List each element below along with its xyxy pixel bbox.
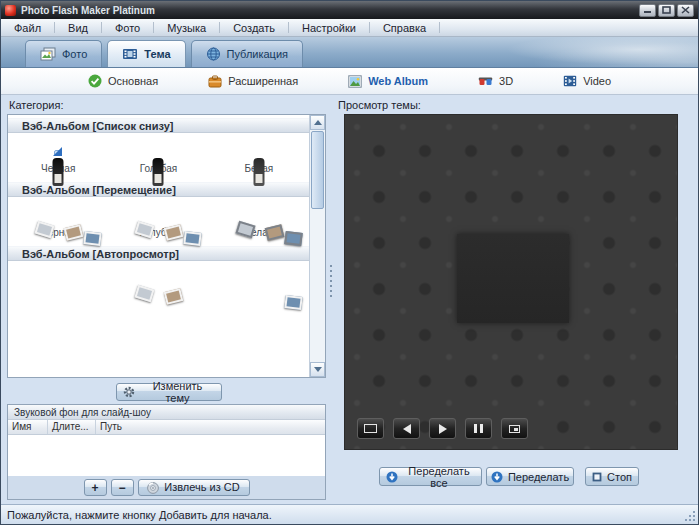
subtab-advanced[interactable]: Расширенная bbox=[208, 75, 298, 88]
web-album-icon bbox=[348, 75, 362, 88]
remove-track-button[interactable]: − bbox=[111, 479, 134, 496]
theme-row bbox=[8, 261, 309, 292]
theme-item-auto-2[interactable] bbox=[108, 270, 208, 288]
theme-list-content: Вэб-Альбом [Список снизу] Черная Голубая bbox=[8, 118, 309, 292]
theme-category-list: Вэб-Альбом [Список снизу] Черная Голубая bbox=[7, 114, 326, 378]
preview-label: Просмотр темы: bbox=[338, 99, 421, 111]
preview-actions: Переделать все Переделать Стоп bbox=[344, 467, 676, 486]
tabstrip-artwork bbox=[488, 37, 698, 67]
menu-file[interactable]: Файл bbox=[1, 19, 54, 36]
change-theme-label: Изменить тему bbox=[140, 380, 215, 404]
tab-label: Фото bbox=[62, 48, 87, 60]
menu-help[interactable]: Справка bbox=[370, 19, 439, 36]
extract-cd-button[interactable]: Извлечь из CD bbox=[138, 479, 250, 496]
column-header-name[interactable]: Имя bbox=[8, 420, 48, 434]
subtab-video[interactable]: Video bbox=[563, 75, 611, 87]
scrollbar-up-button[interactable] bbox=[310, 115, 325, 130]
app-window: Photo Flash Maker Platinum Файл Вид Фото… bbox=[0, 0, 699, 525]
stop-label: Стоп bbox=[607, 471, 632, 483]
menu-photo[interactable]: Фото bbox=[102, 19, 153, 36]
rebuild-all-button[interactable]: Переделать все bbox=[379, 467, 482, 486]
app-icon bbox=[5, 5, 16, 16]
subtab-label: Video bbox=[583, 75, 611, 87]
theme-item-auto-3[interactable] bbox=[209, 270, 309, 288]
download-circle-icon bbox=[491, 471, 503, 483]
thumb-frame bbox=[255, 150, 263, 156]
theme-group-header: Вэб-Альбом [Список снизу] bbox=[8, 118, 309, 133]
previous-icon bbox=[403, 424, 411, 434]
status-bar: Пожалуйста, нажмите кнопку Добавить для … bbox=[1, 504, 698, 524]
menu-view[interactable]: Вид bbox=[55, 19, 101, 36]
tab-publish[interactable]: Публикация bbox=[191, 40, 303, 67]
film-icon bbox=[563, 75, 577, 87]
arrow-down-icon bbox=[314, 367, 322, 372]
fullscreen-button[interactable] bbox=[357, 418, 384, 439]
subtab-web-album[interactable]: Web Album bbox=[348, 75, 428, 88]
main-tabs: Фото Тема Публикация bbox=[25, 40, 303, 67]
menu-create[interactable]: Создать bbox=[220, 19, 288, 36]
theme-row: Черная Голубая Белая bbox=[8, 133, 309, 178]
tab-theme[interactable]: Тема bbox=[107, 40, 185, 67]
thumb-frame bbox=[154, 214, 162, 220]
preview-photo-frame bbox=[457, 234, 569, 323]
resize-icon bbox=[509, 425, 520, 433]
rebuild-all-label: Переделать все bbox=[403, 465, 475, 489]
menu-music[interactable]: Музыка bbox=[154, 19, 219, 36]
subtab-label: Web Album bbox=[368, 75, 428, 87]
globe-icon bbox=[206, 47, 221, 61]
titlebar: Photo Flash Maker Platinum bbox=[1, 1, 698, 19]
menubar: Файл Вид Фото Музыка Создать Настройки С… bbox=[1, 19, 698, 37]
window-controls bbox=[639, 4, 694, 17]
minimize-button[interactable] bbox=[639, 4, 656, 17]
theme-list-scrollbar bbox=[309, 115, 325, 377]
window-title: Photo Flash Maker Platinum bbox=[21, 5, 639, 16]
theme-item-blue-list[interactable]: Голубая bbox=[108, 142, 208, 174]
screen-icon bbox=[364, 424, 377, 433]
subtab-3d[interactable]: 3D bbox=[478, 75, 513, 87]
add-track-button[interactable]: + bbox=[84, 479, 107, 496]
filmstrip-icon bbox=[122, 47, 138, 61]
thumb-frame bbox=[255, 214, 263, 220]
theme-item-black-move[interactable]: Черная bbox=[8, 206, 108, 238]
theme-item-auto-1[interactable] bbox=[8, 270, 108, 288]
close-button[interactable] bbox=[677, 4, 694, 17]
menu-settings[interactable]: Настройки bbox=[289, 19, 369, 36]
resize-button[interactable] bbox=[501, 418, 528, 439]
scrollbar-down-button[interactable] bbox=[310, 362, 325, 377]
subtab-label: Основная bbox=[108, 75, 158, 87]
stop-button[interactable]: Стоп bbox=[585, 467, 639, 486]
extract-cd-label: Извлечь из CD bbox=[164, 482, 239, 493]
theme-row: Черная Голубая Белая bbox=[8, 197, 309, 242]
sound-table-header: Имя Длите... Путь bbox=[8, 420, 325, 435]
pause-button[interactable] bbox=[465, 418, 492, 439]
panel-splitter[interactable] bbox=[328, 95, 334, 504]
change-theme-button[interactable]: Изменить тему bbox=[116, 383, 222, 401]
theme-item-blue-move[interactable]: Голубая bbox=[108, 206, 208, 238]
gear-icon bbox=[123, 386, 135, 398]
column-header-duration[interactable]: Длите... bbox=[48, 420, 96, 434]
next-icon bbox=[439, 424, 447, 434]
scrollbar-thumb[interactable] bbox=[311, 131, 324, 209]
sound-track-list[interactable] bbox=[8, 435, 325, 476]
theme-item-black-list[interactable]: Черная bbox=[8, 142, 108, 174]
menu-separator bbox=[439, 22, 440, 33]
rebuild-label: Переделать bbox=[508, 471, 569, 483]
playback-controls bbox=[357, 418, 528, 439]
main-area: Категория: Вэб-Альбом [Список снизу] Чер… bbox=[1, 95, 698, 504]
theme-mode-toolbar: Основная Расширенная Web Album 3D Video bbox=[1, 68, 698, 95]
advanced-icon bbox=[208, 75, 222, 88]
previous-button[interactable] bbox=[393, 418, 420, 439]
pause-icon bbox=[474, 424, 483, 433]
resize-grip[interactable] bbox=[684, 510, 695, 521]
theme-item-white-move[interactable]: Белая bbox=[209, 206, 309, 238]
thumb-frame bbox=[255, 278, 263, 284]
maximize-button[interactable] bbox=[658, 4, 675, 17]
column-header-path[interactable]: Путь bbox=[96, 420, 325, 434]
subtab-basic[interactable]: Основная bbox=[88, 74, 158, 88]
tab-strip: Фото Тема Публикация bbox=[1, 37, 698, 68]
rebuild-button[interactable]: Переделать bbox=[486, 467, 574, 486]
arrow-up-icon bbox=[314, 120, 322, 125]
theme-item-white-list[interactable]: Белая bbox=[209, 142, 309, 174]
tab-photo[interactable]: Фото bbox=[25, 40, 102, 67]
next-button[interactable] bbox=[429, 418, 456, 439]
